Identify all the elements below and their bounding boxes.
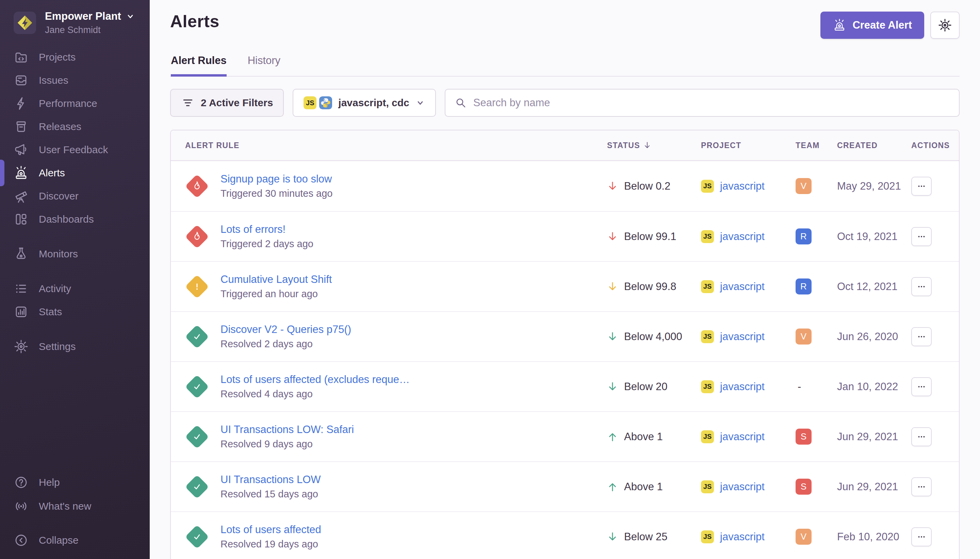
alerts-settings-button[interactable]	[931, 12, 960, 39]
siren-icon	[833, 18, 846, 32]
page-title: Alerts	[170, 12, 219, 31]
javascript-platform-icon: JS	[304, 96, 317, 109]
sidebar-item-releases[interactable]: Releases	[0, 115, 150, 138]
sidebar-item-discover[interactable]: Discover	[0, 185, 150, 208]
team-avatar: V	[795, 529, 812, 545]
alert-rule-status-text: Resolved 15 days ago	[221, 488, 321, 500]
javascript-platform-icon: JS	[701, 380, 714, 393]
ellipsis-icon	[916, 532, 927, 542]
sidebar-item-dashboards[interactable]: Dashboards	[0, 208, 150, 231]
sidebar-item-collapse[interactable]: Collapse	[0, 528, 150, 552]
alert-rule-link[interactable]: Lots of users affected (excludes reque…	[221, 374, 410, 386]
monitors-flask-icon	[13, 246, 28, 261]
create-alert-button[interactable]: Create Alert	[820, 12, 924, 39]
alert-rule-status-text: Triggered an hour ago	[221, 288, 332, 299]
sidebar-item-user-feedback[interactable]: User Feedback	[0, 138, 150, 161]
ellipsis-icon	[916, 281, 927, 292]
project-selector-dropdown[interactable]: JS javascript, cdc	[293, 89, 436, 117]
sidebar-item-stats[interactable]: Stats	[0, 300, 150, 323]
sidebar-item-help[interactable]: Help	[0, 470, 150, 495]
column-header-actions: ACTIONS	[911, 141, 959, 150]
org-switcher[interactable]: Empower Plant Jane Schmidt	[0, 0, 150, 35]
org-chevron-down-icon	[126, 12, 135, 21]
sidebar-item-label: Discover	[39, 190, 79, 202]
sidebar-item-label: Monitors	[39, 248, 78, 260]
ellipsis-icon	[916, 482, 927, 492]
project-link[interactable]: javascript	[720, 380, 765, 393]
tab-history[interactable]: History	[248, 55, 280, 77]
created-date: Jun 29, 2021	[837, 481, 911, 493]
alert-rule-link[interactable]: Lots of users affected	[221, 524, 321, 536]
column-header-alert-rule: ALERT RULE	[171, 141, 607, 150]
discover-telescope-icon	[13, 189, 28, 203]
project-link[interactable]: javascript	[720, 230, 765, 243]
broadcast-icon	[13, 499, 28, 514]
sidebar-item-activity[interactable]: Activity	[0, 277, 150, 300]
alert-resolved-icon	[185, 425, 209, 449]
sidebar-item-performance[interactable]: Performance	[0, 92, 150, 115]
ellipsis-icon	[916, 181, 927, 191]
sort-descending-icon	[643, 141, 652, 150]
javascript-platform-icon: JS	[701, 330, 714, 343]
projects-icon	[13, 50, 28, 64]
alert-rule-status-text: Resolved 2 days ago	[221, 338, 351, 350]
alert-rule-link[interactable]: Lots of errors!	[221, 223, 313, 236]
threshold-direction-icon	[607, 181, 618, 192]
alert-rule-link[interactable]: Discover V2 - Queries p75()	[221, 323, 351, 336]
sidebar-item-whats-new[interactable]: What's new	[0, 495, 150, 518]
row-actions-button[interactable]	[911, 277, 932, 296]
sidebar-item-label: Help	[39, 476, 60, 488]
create-alert-label: Create Alert	[852, 19, 912, 31]
status-value: Below 4,000	[624, 331, 682, 343]
search-icon	[454, 96, 467, 109]
alert-resolved-icon	[185, 374, 209, 399]
sidebar-item-label: What's new	[39, 500, 91, 512]
active-filters-label: 2 Active Filters	[201, 97, 273, 109]
project-link[interactable]: javascript	[720, 331, 765, 343]
project-link[interactable]: javascript	[720, 431, 765, 443]
project-selector-label: javascript, cdc	[338, 97, 409, 109]
alert-rule-link[interactable]: Signup page is too slow	[221, 173, 332, 185]
column-header-status[interactable]: STATUS	[607, 141, 701, 150]
sidebar-item-label: Releases	[39, 121, 81, 132]
releases-archive-icon	[13, 119, 28, 134]
row-actions-button[interactable]	[911, 177, 932, 196]
threshold-direction-icon	[607, 531, 618, 542]
javascript-platform-icon: JS	[701, 531, 714, 543]
filter-icon	[181, 96, 195, 110]
sidebar-item-label: Projects	[39, 51, 76, 63]
stats-bar-chart-icon	[13, 304, 28, 319]
threshold-direction-icon	[607, 281, 618, 292]
sidebar-item-monitors[interactable]: Monitors	[0, 242, 150, 266]
alert-rule-link[interactable]: UI Transactions LOW: Safari	[221, 423, 354, 436]
created-date: Feb 10, 2020	[837, 531, 911, 543]
row-actions-button[interactable]	[911, 227, 932, 246]
sidebar-item-settings[interactable]: Settings	[0, 335, 150, 358]
search-bar	[445, 89, 960, 117]
team-avatar: V	[795, 178, 812, 194]
row-actions-button[interactable]	[911, 427, 932, 446]
sidebar-item-issues[interactable]: Issues	[0, 69, 150, 92]
table-row: Lots of users affected Resolved 19 days …	[171, 511, 959, 559]
row-actions-button[interactable]	[911, 477, 932, 496]
row-actions-button[interactable]	[911, 528, 932, 546]
project-link[interactable]: javascript	[720, 531, 765, 543]
alert-rule-link[interactable]: UI Transactions LOW	[221, 473, 321, 486]
sidebar-item-label: Stats	[39, 306, 62, 318]
project-link[interactable]: javascript	[720, 281, 765, 293]
sidebar-item-alerts[interactable]: Alerts	[0, 161, 150, 185]
active-filters-button[interactable]: 2 Active Filters	[170, 89, 284, 117]
project-link[interactable]: javascript	[720, 481, 765, 493]
row-actions-button[interactable]	[911, 327, 932, 346]
row-actions-button[interactable]	[911, 377, 932, 396]
active-nav-indicator	[0, 160, 5, 186]
search-input[interactable]	[474, 97, 950, 109]
tab-alert-rules[interactable]: Alert Rules	[171, 55, 227, 77]
alert-rule-link[interactable]: Cumulative Layout Shift	[221, 273, 332, 286]
alert-critical-icon	[185, 224, 209, 248]
project-link[interactable]: javascript	[720, 180, 765, 192]
ellipsis-icon	[916, 332, 927, 342]
alert-resolved-icon	[185, 324, 209, 349]
column-header-created: CREATED	[837, 141, 911, 150]
sidebar-item-projects[interactable]: Projects	[0, 46, 150, 69]
